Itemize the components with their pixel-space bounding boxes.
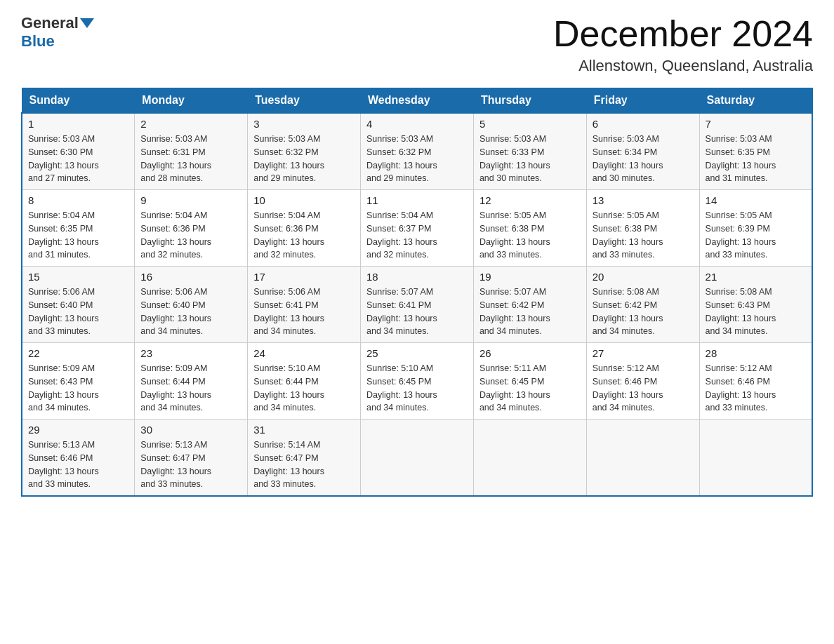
logo-arrow-icon: [80, 18, 94, 28]
calendar-cell-w5-d7: [699, 420, 812, 497]
header-friday: Friday: [586, 88, 699, 114]
header-monday: Monday: [135, 88, 248, 114]
day-number: 19: [479, 271, 581, 283]
day-info: Sunrise: 5:12 AM Sunset: 6:46 PM Dayligh…: [593, 362, 694, 415]
day-number: 15: [28, 271, 128, 283]
day-info: Sunrise: 5:10 AM Sunset: 6:45 PM Dayligh…: [366, 362, 468, 415]
day-info: Sunrise: 5:03 AM Sunset: 6:32 PM Dayligh…: [253, 133, 355, 185]
day-number: 25: [366, 347, 468, 359]
day-number: 18: [366, 271, 468, 283]
calendar-week-4: 22 Sunrise: 5:09 AM Sunset: 6:43 PM Dayl…: [22, 343, 812, 420]
day-info: Sunrise: 5:08 AM Sunset: 6:42 PM Dayligh…: [593, 286, 694, 338]
day-info: Sunrise: 5:05 AM Sunset: 6:38 PM Dayligh…: [593, 209, 694, 262]
calendar-cell-w1-d2: 2 Sunrise: 5:03 AM Sunset: 6:31 PM Dayli…: [135, 113, 248, 190]
day-number: 11: [366, 194, 468, 206]
calendar-cell-w2-d1: 8 Sunrise: 5:04 AM Sunset: 6:35 PM Dayli…: [22, 190, 135, 267]
day-info: Sunrise: 5:03 AM Sunset: 6:35 PM Dayligh…: [706, 133, 806, 185]
day-number: 6: [593, 118, 694, 130]
calendar-cell-w4-d4: 25 Sunrise: 5:10 AM Sunset: 6:45 PM Dayl…: [361, 343, 474, 420]
calendar-header-row: SundayMondayTuesdayWednesdayThursdayFrid…: [22, 88, 812, 114]
calendar-cell-w4-d5: 26 Sunrise: 5:11 AM Sunset: 6:45 PM Dayl…: [473, 343, 586, 420]
header-thursday: Thursday: [473, 88, 586, 114]
day-info: Sunrise: 5:03 AM Sunset: 6:31 PM Dayligh…: [140, 133, 241, 185]
day-info: Sunrise: 5:06 AM Sunset: 6:40 PM Dayligh…: [140, 286, 241, 338]
header-wednesday: Wednesday: [361, 88, 474, 114]
day-info: Sunrise: 5:06 AM Sunset: 6:40 PM Dayligh…: [28, 286, 128, 338]
day-number: 8: [28, 194, 128, 206]
calendar-cell-w4-d2: 23 Sunrise: 5:09 AM Sunset: 6:44 PM Dayl…: [135, 343, 248, 420]
day-number: 3: [253, 118, 355, 130]
day-info: Sunrise: 5:13 AM Sunset: 6:47 PM Dayligh…: [140, 438, 241, 491]
day-number: 17: [253, 271, 355, 283]
day-number: 7: [706, 118, 806, 130]
day-info: Sunrise: 5:10 AM Sunset: 6:44 PM Dayligh…: [253, 362, 355, 415]
calendar-cell-w3-d6: 20 Sunrise: 5:08 AM Sunset: 6:42 PM Dayl…: [586, 267, 699, 343]
day-number: 10: [253, 194, 355, 206]
day-info: Sunrise: 5:04 AM Sunset: 6:35 PM Dayligh…: [28, 209, 128, 262]
calendar-cell-w5-d6: [586, 420, 699, 497]
header-tuesday: Tuesday: [248, 88, 361, 114]
calendar-title: December 2024: [553, 14, 813, 54]
day-info: Sunrise: 5:13 AM Sunset: 6:46 PM Dayligh…: [28, 438, 128, 491]
day-number: 29: [28, 424, 128, 436]
calendar-cell-w1-d6: 6 Sunrise: 5:03 AM Sunset: 6:34 PM Dayli…: [586, 113, 699, 190]
day-number: 14: [706, 194, 806, 206]
day-info: Sunrise: 5:03 AM Sunset: 6:32 PM Dayligh…: [366, 133, 468, 185]
day-info: Sunrise: 5:09 AM Sunset: 6:44 PM Dayligh…: [140, 362, 241, 415]
calendar-cell-w2-d3: 10 Sunrise: 5:04 AM Sunset: 6:36 PM Dayl…: [248, 190, 361, 267]
day-info: Sunrise: 5:03 AM Sunset: 6:34 PM Dayligh…: [593, 133, 694, 185]
calendar-cell-w4-d3: 24 Sunrise: 5:10 AM Sunset: 6:44 PM Dayl…: [248, 343, 361, 420]
day-info: Sunrise: 5:04 AM Sunset: 6:36 PM Dayligh…: [140, 209, 241, 262]
calendar-cell-w1-d1: 1 Sunrise: 5:03 AM Sunset: 6:30 PM Dayli…: [22, 113, 135, 190]
logo-blue-text: Blue: [21, 32, 55, 50]
day-info: Sunrise: 5:11 AM Sunset: 6:45 PM Dayligh…: [479, 362, 581, 415]
day-number: 21: [706, 271, 806, 283]
day-info: Sunrise: 5:05 AM Sunset: 6:38 PM Dayligh…: [479, 209, 581, 262]
calendar-cell-w3-d3: 17 Sunrise: 5:06 AM Sunset: 6:41 PM Dayl…: [248, 267, 361, 343]
calendar-cell-w3-d1: 15 Sunrise: 5:06 AM Sunset: 6:40 PM Dayl…: [22, 267, 135, 343]
calendar-cell-w5-d2: 30 Sunrise: 5:13 AM Sunset: 6:47 PM Dayl…: [135, 420, 248, 497]
calendar-week-1: 1 Sunrise: 5:03 AM Sunset: 6:30 PM Dayli…: [22, 113, 812, 190]
calendar-cell-w3-d7: 21 Sunrise: 5:08 AM Sunset: 6:43 PM Dayl…: [699, 267, 812, 343]
calendar-week-3: 15 Sunrise: 5:06 AM Sunset: 6:40 PM Dayl…: [22, 267, 812, 343]
day-number: 24: [253, 347, 355, 359]
logo-general-text: General: [21, 14, 79, 32]
calendar-table: SundayMondayTuesdayWednesdayThursdayFrid…: [21, 88, 813, 497]
calendar-cell-w2-d4: 11 Sunrise: 5:04 AM Sunset: 6:37 PM Dayl…: [361, 190, 474, 267]
calendar-cell-w2-d6: 13 Sunrise: 5:05 AM Sunset: 6:38 PM Dayl…: [586, 190, 699, 267]
day-info: Sunrise: 5:05 AM Sunset: 6:39 PM Dayligh…: [706, 209, 806, 262]
calendar-cell-w5-d4: [361, 420, 474, 497]
day-number: 28: [706, 347, 806, 359]
day-number: 23: [140, 347, 241, 359]
calendar-cell-w2-d2: 9 Sunrise: 5:04 AM Sunset: 6:36 PM Dayli…: [135, 190, 248, 267]
day-number: 5: [479, 118, 581, 130]
day-number: 26: [479, 347, 581, 359]
calendar-cell-w1-d4: 4 Sunrise: 5:03 AM Sunset: 6:32 PM Dayli…: [361, 113, 474, 190]
day-number: 2: [140, 118, 241, 130]
day-number: 30: [140, 424, 241, 436]
day-info: Sunrise: 5:03 AM Sunset: 6:33 PM Dayligh…: [479, 133, 581, 185]
calendar-cell-w1-d5: 5 Sunrise: 5:03 AM Sunset: 6:33 PM Dayli…: [473, 113, 586, 190]
day-info: Sunrise: 5:12 AM Sunset: 6:46 PM Dayligh…: [706, 362, 806, 415]
day-number: 20: [593, 271, 694, 283]
calendar-cell-w4-d7: 28 Sunrise: 5:12 AM Sunset: 6:46 PM Dayl…: [699, 343, 812, 420]
calendar-cell-w3-d5: 19 Sunrise: 5:07 AM Sunset: 6:42 PM Dayl…: [473, 267, 586, 343]
day-number: 31: [253, 424, 355, 436]
title-block: December 2024 Allenstown, Queensland, Au…: [553, 14, 813, 75]
day-number: 1: [28, 118, 128, 130]
day-number: 27: [593, 347, 694, 359]
calendar-cell-w3-d2: 16 Sunrise: 5:06 AM Sunset: 6:40 PM Dayl…: [135, 267, 248, 343]
day-info: Sunrise: 5:04 AM Sunset: 6:37 PM Dayligh…: [366, 209, 468, 262]
calendar-cell-w1-d7: 7 Sunrise: 5:03 AM Sunset: 6:35 PM Dayli…: [699, 113, 812, 190]
day-number: 13: [593, 194, 694, 206]
calendar-cell-w5-d5: [473, 420, 586, 497]
header-saturday: Saturday: [699, 88, 812, 114]
day-number: 12: [479, 194, 581, 206]
day-number: 22: [28, 347, 128, 359]
calendar-cell-w4-d6: 27 Sunrise: 5:12 AM Sunset: 6:46 PM Dayl…: [586, 343, 699, 420]
calendar-cell-w4-d1: 22 Sunrise: 5:09 AM Sunset: 6:43 PM Dayl…: [22, 343, 135, 420]
day-number: 9: [140, 194, 241, 206]
day-info: Sunrise: 5:04 AM Sunset: 6:36 PM Dayligh…: [253, 209, 355, 262]
calendar-subtitle: Allenstown, Queensland, Australia: [553, 57, 813, 75]
calendar-week-5: 29 Sunrise: 5:13 AM Sunset: 6:46 PM Dayl…: [22, 420, 812, 497]
